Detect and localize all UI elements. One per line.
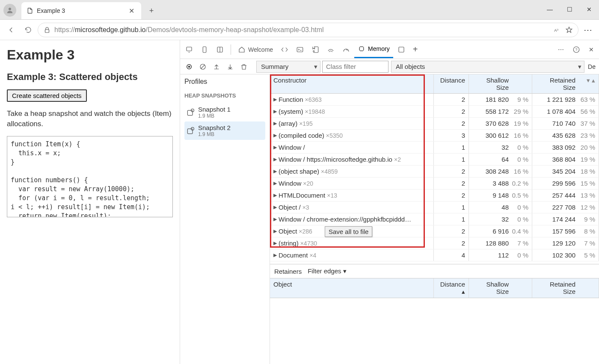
gc-icon[interactable]: [238, 61, 249, 72]
col-shallow[interactable]: Shallow Size: [469, 74, 532, 93]
table-row[interactable]: ▶ Window / 1320 %383 09220 %: [270, 142, 599, 154]
table-row[interactable]: ▶ Object ×28626 9160.4 %157 5968 %: [270, 225, 599, 237]
table-row[interactable]: ▶ Window / https://microsoftedge.github.…: [270, 154, 599, 166]
expand-icon[interactable]: ▶: [273, 169, 277, 174]
col-distance[interactable]: Distance: [434, 74, 469, 93]
shallow-value: 128 880: [472, 240, 509, 247]
devtools-close-icon[interactable]: ✕: [585, 41, 597, 58]
constructor-name: Function: [279, 96, 303, 103]
instance-count: ×3: [302, 204, 309, 211]
download-icon[interactable]: [225, 61, 236, 72]
expand-icon[interactable]: ▶: [273, 216, 277, 222]
dock-icon[interactable]: [213, 41, 227, 58]
col-object[interactable]: Object: [270, 278, 434, 298]
new-tab-button[interactable]: +: [144, 3, 159, 18]
shallow-value: 308 248: [472, 168, 509, 175]
table-row[interactable]: ▶ HTMLDocument ×1329 1480.5 %257 44413 %: [270, 189, 599, 201]
profile-avatar[interactable]: [3, 4, 16, 17]
code-box[interactable]: function Item(x) { this.x = x; } functio…: [7, 136, 173, 217]
expand-icon[interactable]: ▶: [273, 97, 277, 102]
back-button[interactable]: [3, 22, 19, 38]
address-field[interactable]: https://microsoftedge.github.io/Demos/de…: [38, 23, 578, 37]
devtools-panel: Welcome Memory + ⋯ ? ✕ Summary: [180, 40, 599, 364]
upload-icon[interactable]: [211, 61, 222, 72]
table-row[interactable]: ▶ Object / ×31480 %227 70812 %: [270, 201, 599, 213]
favorite-icon[interactable]: [565, 26, 573, 34]
tab-elements-icon[interactable]: [277, 41, 292, 58]
view-dropdown[interactable]: Summary: [256, 61, 320, 73]
minimize-button[interactable]: —: [540, 0, 560, 19]
close-window-button[interactable]: ✕: [579, 0, 599, 19]
constructor-name: (compiled code): [279, 132, 324, 139]
expand-icon[interactable]: ▶: [273, 192, 277, 198]
col-constructor[interactable]: Constructor: [270, 74, 434, 93]
expand-icon[interactable]: ▶: [273, 133, 277, 138]
tab-network-icon[interactable]: [323, 41, 338, 58]
table-row[interactable]: ▶ (string) ×47302128 8807 %129 1207 %: [270, 237, 599, 249]
tab-sources-icon[interactable]: [308, 41, 323, 58]
refresh-button[interactable]: [21, 22, 36, 38]
distance-value: 2: [434, 189, 469, 201]
table-row[interactable]: ▶ Window ×2023 4880.2 %299 59615 %: [270, 178, 599, 189]
shallow-value: 6 916: [472, 228, 509, 235]
create-objects-button[interactable]: Create scattered objects: [7, 89, 87, 102]
expand-icon[interactable]: ▶: [273, 181, 277, 186]
filter-edges-dropdown[interactable]: Filter edges ▾: [308, 267, 347, 275]
expand-icon[interactable]: ▶: [273, 109, 277, 114]
expand-icon[interactable]: ▶: [273, 240, 277, 246]
table-row[interactable]: ▶ (compiled code) ×53503300 61216 %435 6…: [270, 130, 599, 142]
record-icon[interactable]: [184, 61, 195, 72]
class-filter-input[interactable]: [322, 61, 388, 73]
devtools-more-icon[interactable]: ⋯: [555, 41, 567, 58]
table-row[interactable]: ▶ (object shape) ×48592308 24816 %345 20…: [270, 166, 599, 178]
tab-memory[interactable]: Memory: [354, 41, 393, 58]
constructor-name: (system): [279, 108, 303, 115]
shallow-value: 112: [472, 252, 509, 259]
tab-add-icon[interactable]: +: [409, 40, 421, 59]
read-aloud-icon[interactable]: A⁾⁾: [553, 26, 561, 34]
col-distance-retainer[interactable]: Distance ▴: [434, 278, 469, 298]
table-row[interactable]: ▶ Document ×441120 %102 3005 %: [270, 249, 599, 261]
devtools-help-icon[interactable]: ?: [569, 41, 584, 58]
tab-welcome[interactable]: Welcome: [234, 41, 276, 58]
tab-performance-icon[interactable]: [339, 41, 353, 58]
shallow-value: 370 628: [472, 120, 509, 127]
retained-value: 345 204: [536, 168, 575, 175]
filter-dropdown[interactable]: All objects: [391, 61, 584, 73]
table-row[interactable]: ▶ (array) ×1952370 62819 %710 74037 %: [270, 118, 599, 130]
snapshot-item[interactable]: Snapshot 11.9 MB: [184, 103, 265, 121]
tab-console-icon[interactable]: [293, 41, 307, 58]
retainers-label: Retainers: [274, 268, 302, 275]
snapshot-item[interactable]: Snapshot 21.9 MB: [184, 121, 265, 140]
expand-icon[interactable]: ▶: [273, 121, 277, 126]
distance-value: 2: [434, 178, 469, 189]
snapshot-name: Snapshot 1: [198, 106, 231, 113]
delete-button[interactable]: De: [584, 63, 599, 70]
table-row[interactable]: ▶ Function ×63632181 8209 %1 221 92863 %: [270, 94, 599, 106]
menu-button[interactable]: ⋯: [580, 22, 596, 38]
profiles-header: Profiles: [184, 78, 265, 86]
tab-application-icon[interactable]: [394, 41, 409, 58]
device-icon[interactable]: [197, 41, 212, 58]
constructor-name: (object shape): [279, 168, 319, 175]
table-row[interactable]: ▶ Window / chrome-extension://gpphkfbcpi…: [270, 213, 599, 225]
close-tab-icon[interactable]: ✕: [127, 6, 136, 16]
expand-icon[interactable]: ▶: [273, 157, 277, 162]
expand-icon[interactable]: ▶: [273, 228, 277, 234]
shallow-pct: 0 %: [509, 252, 528, 259]
col-shallow-retainer[interactable]: Shallow Size: [469, 278, 532, 298]
expand-icon[interactable]: ▶: [273, 252, 277, 258]
clear-icon[interactable]: [197, 61, 208, 72]
expand-icon[interactable]: ▶: [273, 204, 277, 210]
inspect-icon[interactable]: [182, 41, 196, 58]
shallow-value: 64: [472, 156, 509, 163]
expand-icon[interactable]: ▶: [273, 145, 277, 150]
page-h1: Example 3: [7, 47, 173, 63]
browser-tab[interactable]: Example 3 ✕: [21, 2, 141, 19]
col-retained[interactable]: Retained Size▾ ▴: [532, 74, 599, 93]
table-row[interactable]: ▶ (system) ×198482558 17229 %1 078 40456…: [270, 106, 599, 118]
maximize-button[interactable]: ☐: [560, 0, 579, 19]
shallow-value: 48: [472, 204, 509, 211]
retained-pct: 19 %: [575, 156, 595, 163]
col-retained-retainer[interactable]: Retained Size: [532, 278, 599, 298]
